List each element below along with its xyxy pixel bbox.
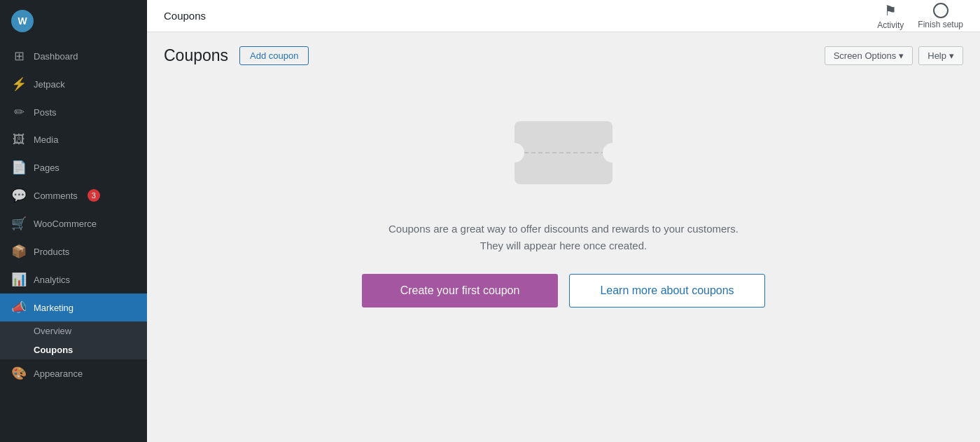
sidebar-item-comments[interactable]: 💬 Comments 3 (0, 181, 147, 209)
pages-icon: 📄 (11, 160, 27, 175)
sidebar-item-woocommerce[interactable]: 🛒 WooCommerce (0, 209, 147, 237)
page-header: Coupons Add coupon Screen Options ▾ Help… (164, 46, 963, 65)
coupon-illustration (507, 107, 620, 201)
learn-more-button[interactable]: Learn more about coupons (569, 274, 765, 308)
woocommerce-icon: 🛒 (11, 216, 27, 231)
activity-label: Activity (877, 20, 904, 30)
activity-button[interactable]: ⚑ Activity (877, 2, 904, 30)
comments-icon: 💬 (11, 188, 27, 203)
sidebar-item-label: Pages (34, 163, 59, 173)
sidebar-item-marketing[interactable]: 📣 Marketing ◀ (0, 293, 147, 322)
page-title: Coupons (164, 46, 228, 65)
empty-state-description: Coupons are a great way to offer discoun… (388, 221, 738, 254)
sidebar-item-media[interactable]: 🖼 Media (0, 126, 147, 153)
page-content: Coupons Add coupon Screen Options ▾ Help… (147, 32, 980, 442)
sidebar-item-label: Appearance (34, 368, 83, 379)
appearance-icon: 🎨 (11, 366, 27, 381)
main-content: Coupons ⚑ Activity Finish setup Coupons … (147, 0, 980, 442)
media-icon: 🖼 (11, 132, 27, 147)
empty-state-buttons: Create your first coupon Learn more abou… (362, 274, 765, 308)
sidebar-item-label: WooCommerce (34, 219, 97, 229)
chevron-icon: ◀ (130, 304, 136, 312)
help-label: Help (927, 50, 946, 61)
topbar: Coupons ⚑ Activity Finish setup (147, 0, 980, 32)
sidebar-item-label: Dashboard (34, 51, 78, 62)
page-header-left: Coupons Add coupon (164, 46, 309, 65)
sidebar-item-pages[interactable]: 📄 Pages (0, 153, 147, 181)
sidebar-item-posts[interactable]: ✏ Posts (0, 98, 147, 126)
products-icon: 📦 (11, 244, 27, 259)
screen-options-label: Screen Options (834, 50, 897, 61)
wp-logo-icon: W (11, 10, 34, 32)
sidebar-item-label: Comments (34, 191, 78, 201)
sidebar-item-label: Posts (34, 107, 57, 118)
add-coupon-button[interactable]: Add coupon (239, 46, 309, 65)
posts-icon: ✏ (11, 104, 27, 120)
sidebar-item-coupons[interactable]: Coupons (0, 340, 147, 359)
sidebar-item-analytics[interactable]: 📊 Analytics (0, 265, 147, 293)
page-header-right: Screen Options ▾ Help ▾ (825, 46, 963, 65)
dashboard-icon: ⊞ (11, 48, 27, 64)
circle-icon (933, 3, 948, 18)
sidebar-item-appearance[interactable]: 🎨 Appearance (0, 359, 147, 387)
marketing-icon: 📣 (11, 300, 27, 315)
analytics-icon: 📊 (11, 272, 27, 287)
sidebar: W ⊞ Dashboard ⚡ Jetpack ✏ Posts 🖼 Media … (0, 0, 147, 442)
sidebar-item-overview[interactable]: Overview (0, 322, 147, 340)
coupon-icon (507, 107, 620, 198)
empty-state: Coupons are a great way to offer discoun… (164, 79, 963, 336)
sidebar-item-dashboard[interactable]: ⊞ Dashboard (0, 42, 147, 70)
chevron-down-icon: ▾ (899, 50, 904, 61)
screen-options-button[interactable]: Screen Options ▾ (825, 46, 913, 65)
sidebar-item-label: Marketing (34, 303, 74, 313)
create-first-coupon-button[interactable]: Create your first coupon (362, 274, 558, 308)
sidebar-item-label: Products (34, 247, 69, 257)
sidebar-item-jetpack[interactable]: ⚡ Jetpack (0, 70, 147, 98)
help-button[interactable]: Help ▾ (918, 46, 963, 65)
marketing-submenu: Overview Coupons (0, 322, 147, 359)
flag-icon: ⚑ (884, 2, 897, 19)
jetpack-icon: ⚡ (11, 76, 27, 92)
topbar-title: Coupons (164, 10, 206, 22)
sidebar-item-label: Media (34, 134, 58, 145)
finish-setup-label: Finish setup (918, 20, 963, 29)
sidebar-item-label: Analytics (34, 275, 70, 285)
topbar-right: ⚑ Activity Finish setup (877, 2, 963, 30)
sidebar-item-products[interactable]: 📦 Products (0, 237, 147, 265)
chevron-down-icon: ▾ (949, 50, 954, 61)
comments-badge: 3 (88, 189, 100, 202)
finish-setup-button[interactable]: Finish setup (918, 3, 963, 29)
sidebar-logo: W (0, 0, 147, 42)
sidebar-item-label: Jetpack (34, 79, 65, 90)
